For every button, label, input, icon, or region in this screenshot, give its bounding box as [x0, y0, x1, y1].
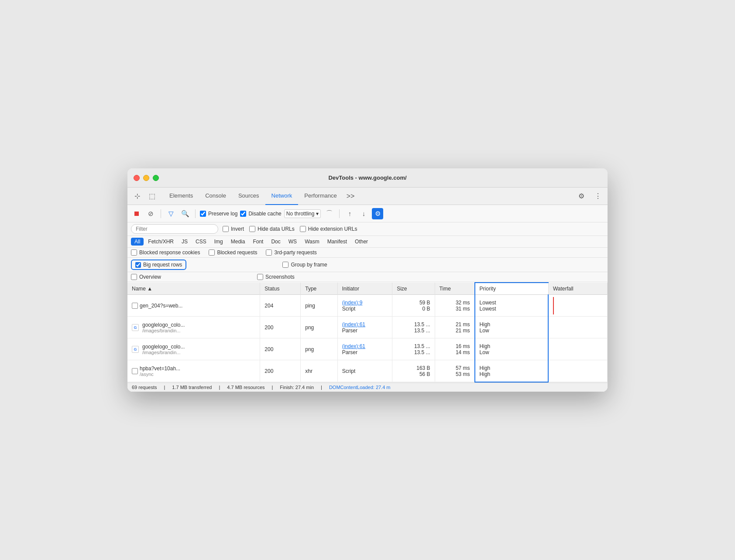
stop-recording-button[interactable]: ⏹ [131, 208, 142, 219]
type-fetch-xhr-button[interactable]: Fetch/XHR [144, 238, 177, 246]
table-row: hpba?vet=10ah... /async 200 xhr Script 1… [127, 360, 608, 382]
row-1-initiator-link[interactable]: (index):9 [342, 300, 388, 306]
col-status-header[interactable]: Status [260, 283, 301, 295]
tab-elements[interactable]: Elements [163, 188, 199, 205]
row-1-status: 204 [260, 295, 301, 317]
blocked-requests-label[interactable]: Blocked requests [209, 249, 257, 256]
disable-cache-checkbox[interactable] [240, 211, 246, 217]
row-4-time-primary: 57 ms [440, 365, 470, 371]
row-2-name-primary: googlelogo_colo... [142, 322, 185, 328]
type-doc-button[interactable]: Doc [268, 238, 284, 246]
third-party-label[interactable]: 3rd-party requests [266, 249, 316, 256]
titlebar: DevTools - www.google.com/ [127, 168, 608, 188]
filter-icon-btn[interactable]: ▽ [165, 208, 177, 219]
type-js-button[interactable]: JS [178, 238, 191, 246]
minimize-button[interactable] [143, 175, 149, 181]
row-4-checkbox[interactable] [132, 368, 138, 374]
clear-button[interactable]: ⊘ [145, 208, 156, 219]
status-dom-content: DOMContentLoaded: 27.4 m [329, 385, 391, 390]
row-2-type: png [301, 317, 337, 338]
overview-label[interactable]: Overview [131, 274, 161, 280]
col-type-header[interactable]: Type [301, 283, 337, 295]
col-name-header[interactable]: Name ▲ [127, 283, 260, 295]
settings-icon-btn[interactable]: ⚙ [575, 190, 587, 202]
tab-right-icons: ⚙ ⋮ [575, 190, 604, 202]
upload-icon-btn[interactable]: ↑ [344, 208, 355, 219]
tab-console[interactable]: Console [199, 188, 232, 205]
hide-data-urls-checkbox-label[interactable]: Hide data URLs [249, 226, 295, 232]
status-resources: 4.7 MB resources [227, 385, 264, 390]
big-request-rows-label[interactable]: Big request rows [131, 260, 186, 270]
screenshots-label[interactable]: Screenshots [257, 274, 295, 280]
close-button[interactable] [134, 175, 140, 181]
invert-label: Invert [231, 226, 244, 232]
screenshots-checkbox[interactable] [257, 274, 263, 280]
hide-data-urls-checkbox[interactable] [249, 226, 255, 232]
settings-active-btn[interactable]: ⚙ [372, 208, 383, 219]
devtools-window: DevTools - www.google.com/ ⊹ ⬚ Elements … [127, 168, 608, 392]
hide-extension-checkbox[interactable] [300, 226, 306, 232]
col-size-header[interactable]: Size [392, 283, 435, 295]
network-table-container: Name ▲ Status Type Initiator Size Time P… [127, 282, 608, 382]
filter-options: Invert Hide data URLs Hide extension URL… [223, 226, 357, 232]
filter-input[interactable] [131, 224, 218, 234]
type-other-button[interactable]: Other [351, 238, 371, 246]
table-row: G googlelogo_colo... /images/brandin... … [127, 317, 608, 338]
maximize-button[interactable] [153, 175, 159, 181]
type-all-button[interactable]: All [131, 238, 144, 246]
blocked-requests-text: Blocked requests [217, 249, 257, 256]
preserve-log-checkbox[interactable] [200, 211, 206, 217]
type-media-button[interactable]: Media [227, 238, 249, 246]
tab-performance[interactable]: Performance [298, 188, 343, 205]
blocked-response-checkbox[interactable] [131, 249, 137, 256]
settings-icon: ⚙ [578, 192, 584, 200]
tab-network[interactable]: Network [265, 188, 299, 205]
throttle-select[interactable]: No throttling ▾ [284, 209, 321, 218]
preserve-log-checkbox-label[interactable]: Preserve log [200, 211, 237, 217]
tab-sources[interactable]: Sources [232, 188, 265, 205]
more-options-icon-btn[interactable]: ⋮ [592, 190, 604, 202]
network-table: Name ▲ Status Type Initiator Size Time P… [127, 282, 608, 382]
row-1-checkbox[interactable] [132, 303, 138, 309]
type-img-button[interactable]: Img [211, 238, 227, 246]
row-2-priority: High Low [475, 317, 549, 338]
download-icon-btn[interactable]: ↓ [358, 208, 369, 219]
wifi-icon-btn[interactable]: ⌒ [323, 208, 335, 219]
blocked-requests-checkbox[interactable] [209, 249, 215, 256]
invert-checkbox-label[interactable]: Invert [223, 226, 244, 232]
toolbar-separator-2 [195, 209, 196, 218]
inspect-icon-btn[interactable]: ⬚ [146, 190, 158, 202]
big-request-rows-checkbox[interactable] [135, 262, 141, 268]
row-3-initiator-link[interactable]: (index):61 [342, 343, 388, 349]
col-time-header[interactable]: Time [435, 283, 474, 295]
col-priority-header[interactable]: Priority [475, 283, 549, 295]
window-title: DevTools - www.google.com/ [328, 174, 406, 181]
more-tabs-button[interactable]: >> [343, 192, 358, 200]
type-font-button[interactable]: Font [249, 238, 267, 246]
blocked-response-label[interactable]: Blocked response cookies [131, 249, 200, 256]
invert-checkbox[interactable] [223, 226, 229, 232]
row-1-priority-primary: Lowest [480, 300, 544, 306]
type-ws-button[interactable]: WS [285, 238, 300, 246]
row-2-size: 13.5 ... 13.5 ... [392, 317, 435, 338]
row-3-priority: High Low [475, 338, 549, 360]
row-1-type: ping [301, 295, 337, 317]
group-by-frame-checkbox[interactable] [282, 262, 289, 268]
row-4-status: 200 [260, 360, 301, 382]
type-css-button[interactable]: CSS [192, 238, 210, 246]
cursor-icon-btn[interactable]: ⊹ [131, 190, 143, 202]
col-initiator-header[interactable]: Initiator [337, 283, 392, 295]
type-wasm-button[interactable]: Wasm [301, 238, 323, 246]
third-party-checkbox[interactable] [266, 249, 272, 256]
hide-extension-checkbox-label[interactable]: Hide extension URLs [300, 226, 357, 232]
group-by-frame-label[interactable]: Group by frame [282, 262, 327, 268]
type-manifest-button[interactable]: Manifest [324, 238, 350, 246]
filter-bar: Invert Hide data URLs Hide extension URL… [127, 222, 608, 236]
row-2-initiator-link[interactable]: (index):61 [342, 321, 388, 328]
row-1-waterfall [548, 295, 607, 317]
col-waterfall-header[interactable]: Waterfall [548, 283, 607, 295]
disable-cache-checkbox-label[interactable]: Disable cache [240, 211, 281, 217]
overview-checkbox[interactable] [131, 274, 137, 280]
row-2-time: 21 ms 21 ms [435, 317, 474, 338]
search-icon-btn[interactable]: 🔍 [179, 208, 191, 219]
